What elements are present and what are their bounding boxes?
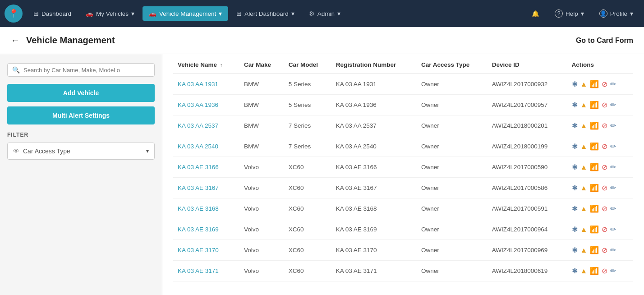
block-icon[interactable]: ⊘ [602,142,607,151]
settings-icon[interactable]: ✱ [572,204,578,213]
nav-item-profile[interactable]: 👤 Profile ▾ [593,6,639,21]
alert-dashboard-icon: ⊞ [236,10,242,17]
settings-icon[interactable]: ✱ [572,246,578,254]
nav-item-bell[interactable]: 🔔 [525,6,546,21]
vehicle-management-chevron-icon: ▾ [219,10,222,17]
wifi-icon[interactable]: 📶 [590,163,599,171]
block-icon[interactable]: ⊘ [602,204,607,213]
edit-icon[interactable]: ✏ [610,204,616,213]
nav-item-alert-dashboard[interactable]: ⊞ Alert Dashboard ▾ [230,6,301,21]
cell-vehicle-name: KA 03 AA 2537 [173,115,239,136]
action-icons: ✱ ▲ 📶 ⊘ ✏ [572,163,629,171]
vehicle-name-link[interactable]: KA 03 AA 1931 [178,81,218,88]
edit-icon[interactable]: ✏ [610,267,616,275]
nav-label-admin: Admin [317,10,335,17]
alert-icon[interactable]: ▲ [580,80,588,88]
car-access-type-dropdown[interactable]: 👁 Car Access Type ▾ [7,143,155,160]
alert-icon[interactable]: ▲ [580,143,588,151]
search-bar[interactable]: 🔍 [7,63,155,77]
alert-icon[interactable]: ▲ [580,122,588,130]
wifi-icon[interactable]: 📶 [590,246,599,254]
vehicle-name-link[interactable]: KA 03 AE 3166 [178,164,219,171]
nav-item-my-vehicles[interactable]: 🚗 My Vehicles ▾ [79,6,141,21]
block-icon[interactable]: ⊘ [602,267,607,275]
cell-actions: ✱ ▲ 📶 ⊘ ✏ [567,136,634,157]
wifi-icon[interactable]: 📶 [590,101,599,109]
action-icons: ✱ ▲ 📶 ⊘ ✏ [572,121,629,130]
action-icons: ✱ ▲ 📶 ⊘ ✏ [572,184,629,192]
nav-item-help[interactable]: ? Help ▾ [548,6,590,21]
settings-icon[interactable]: ✱ [572,101,578,109]
settings-icon[interactable]: ✱ [572,163,578,171]
edit-icon[interactable]: ✏ [610,246,616,254]
alert-dashboard-chevron-icon: ▾ [291,10,294,17]
edit-icon[interactable]: ✏ [610,142,616,151]
vehicle-name-link[interactable]: KA 03 AA 1936 [178,101,218,108]
vehicle-name-link[interactable]: KA 03 AA 2537 [178,122,218,129]
settings-icon[interactable]: ✱ [572,184,578,192]
edit-icon[interactable]: ✏ [610,121,616,130]
table-row: KA 03 AA 1936 BMW 5 Series KA 03 AA 1936… [173,95,633,115]
block-icon[interactable]: ⊘ [602,121,607,130]
col-car-make: Car Make [239,54,284,74]
cell-device-id: AWIZ4L2017000590 [488,157,567,178]
edit-icon[interactable]: ✏ [610,225,616,234]
add-vehicle-button[interactable]: Add Vehicle [7,84,155,102]
alert-icon[interactable]: ▲ [580,267,588,275]
table-row: KA 03 AE 3168 Volvo XC60 KA 03 AE 3168 O… [173,198,633,219]
search-input[interactable] [23,67,150,74]
wifi-icon[interactable]: 📶 [590,142,599,151]
wifi-icon[interactable]: 📶 [590,80,599,88]
vehicle-name-link[interactable]: KA 03 AA 2540 [178,143,218,150]
wifi-icon[interactable]: 📶 [590,267,599,275]
settings-icon[interactable]: ✱ [572,121,578,130]
edit-icon[interactable]: ✏ [610,101,616,109]
wifi-icon[interactable]: 📶 [590,204,599,213]
block-icon[interactable]: ⊘ [602,225,607,234]
settings-icon[interactable]: ✱ [572,80,578,88]
cell-car-access-type: Owner [417,157,488,178]
alert-icon[interactable]: ▲ [580,184,588,192]
settings-icon[interactable]: ✱ [572,267,578,275]
nav-item-dashboard[interactable]: ⊞ Dashboard [27,6,78,21]
cell-registration-number: KA 03 AE 3168 [331,198,417,219]
alert-icon[interactable]: ▲ [580,226,588,234]
go-to-card-form-button[interactable]: Go to Card Form [576,37,633,45]
page-title: Vehicle Management [26,35,115,46]
vehicle-name-link[interactable]: KA 03 AE 3171 [178,267,219,274]
wifi-icon[interactable]: 📶 [590,184,599,192]
block-icon[interactable]: ⊘ [602,163,607,171]
edit-icon[interactable]: ✏ [610,80,616,88]
eye-icon: 👁 [13,148,19,155]
alert-icon[interactable]: ▲ [580,246,588,254]
settings-icon[interactable]: ✱ [572,142,578,151]
block-icon[interactable]: ⊘ [602,246,607,254]
block-icon[interactable]: ⊘ [602,80,607,88]
multi-alert-settings-button[interactable]: Multi Alert Settings [7,106,155,124]
alert-icon[interactable]: ▲ [580,205,588,213]
cell-actions: ✱ ▲ 📶 ⊘ ✏ [567,219,634,240]
alert-icon[interactable]: ▲ [580,163,588,171]
vehicle-name-link[interactable]: KA 03 AE 3168 [178,205,219,212]
block-icon[interactable]: ⊘ [602,184,607,192]
table-row: KA 03 AA 1931 BMW 5 Series KA 03 AA 1931… [173,74,633,95]
block-icon[interactable]: ⊘ [602,101,607,109]
back-button[interactable]: ← [11,35,20,46]
cell-registration-number: KA 03 AA 2537 [331,115,417,136]
edit-icon[interactable]: ✏ [610,163,616,171]
alert-icon[interactable]: ▲ [580,101,588,109]
vehicle-name-link[interactable]: KA 03 AE 3167 [178,184,219,191]
vehicle-name-link[interactable]: KA 03 AE 3170 [178,247,219,254]
settings-icon[interactable]: ✱ [572,225,578,234]
nav-item-admin[interactable]: ⚙ Admin ▾ [303,6,347,21]
cell-actions: ✱ ▲ 📶 ⊘ ✏ [567,240,634,261]
wifi-icon[interactable]: 📶 [590,225,599,234]
edit-icon[interactable]: ✏ [610,184,616,192]
cell-device-id: AWIZ4L2018000199 [488,136,567,157]
nav-item-vehicle-management[interactable]: 🚗 Vehicle Management ▾ [143,6,228,21]
wifi-icon[interactable]: 📶 [590,121,599,130]
cell-vehicle-name: KA 03 AE 3168 [173,198,239,219]
vehicle-name-link[interactable]: KA 03 AE 3169 [178,226,219,233]
col-vehicle-name[interactable]: Vehicle Name ↑ [173,54,239,74]
table-row: KA 03 AE 3166 Volvo XC60 KA 03 AE 3166 O… [173,157,633,178]
